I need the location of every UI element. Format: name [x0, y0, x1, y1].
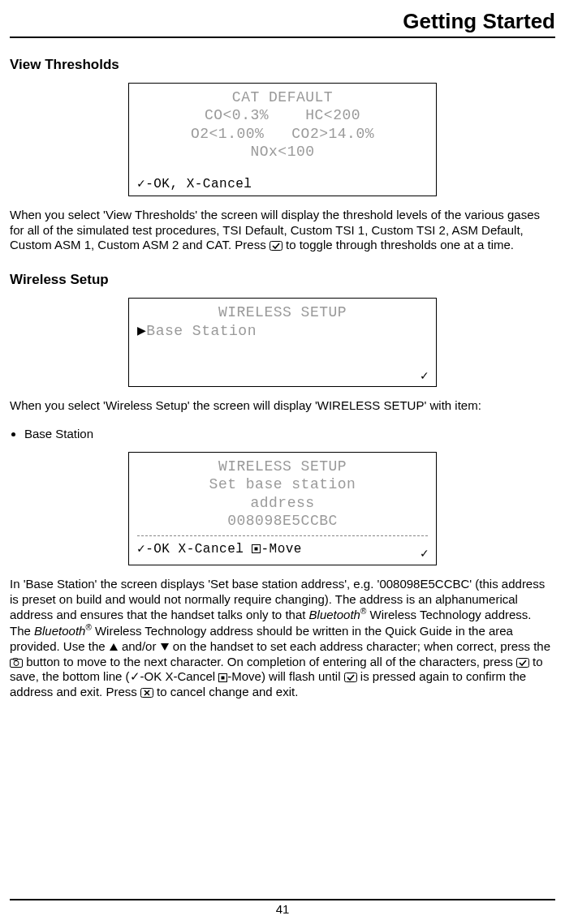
- stop-key-icon: [252, 544, 261, 553]
- lcd-footer: ✓-OK, X-Cancel: [137, 176, 428, 192]
- stop-key-icon: [218, 673, 227, 682]
- lcd-footer: ✓-OK X-Cancel -Move: [137, 541, 428, 557]
- lcd-hc: HC<200: [305, 107, 360, 123]
- lcd-base-station: WIRELESS SETUP Set base station address …: [128, 452, 437, 565]
- svg-rect-10: [222, 676, 225, 679]
- bluetooth-word: Bluetooth: [34, 624, 85, 638]
- svg-point-7: [14, 660, 19, 665]
- check-key-icon: [516, 658, 529, 668]
- check-icon: ✓: [420, 369, 430, 384]
- footer-rule: [10, 899, 555, 900]
- text: -Move) will flash until: [227, 669, 343, 683]
- camera-key-icon: [10, 658, 23, 668]
- svg-rect-6: [14, 658, 17, 660]
- bluetooth-word: Bluetooth: [309, 608, 360, 621]
- bullet-list: Base Station: [10, 425, 555, 444]
- heading-wireless-setup: Wireless Setup: [10, 271, 555, 288]
- text: -Move: [261, 542, 302, 557]
- text: ✓-OK X-Cancel: [137, 542, 252, 557]
- lcd-item-label: Base Station: [146, 323, 257, 339]
- heading-view-thresholds: View Thresholds: [10, 56, 555, 73]
- svg-rect-11: [344, 673, 356, 682]
- lcd-title: WIRELESS SETUP: [137, 303, 428, 322]
- lcd-menu-item: ▶Base Station: [137, 322, 428, 341]
- lcd-row-2: O2<1.00% CO2>14.0%: [137, 125, 428, 144]
- lcd-line-1: Set base station: [137, 475, 428, 494]
- arrow-up-icon: [109, 643, 119, 651]
- check-icon: ✓: [420, 547, 430, 561]
- text: to cancel change and exit.: [153, 685, 298, 698]
- header-rule: [10, 37, 555, 38]
- x-key-icon: [140, 688, 153, 698]
- check-key-icon: [270, 241, 282, 251]
- svg-rect-2: [255, 547, 258, 550]
- lcd-o2: O2<1.00%: [191, 126, 264, 142]
- lcd-divider: [137, 535, 428, 536]
- lcd-line-2: address: [137, 494, 428, 513]
- text: on the handset to set each address chara…: [170, 639, 550, 653]
- lcd-row-3: NOx<100: [137, 143, 428, 161]
- lcd-co: CO<0.3%: [205, 107, 269, 123]
- registered-mark: ®: [85, 623, 91, 632]
- lcd-wireless-main: WIRELESS SETUP ▶Base Station ✓: [128, 298, 437, 387]
- lcd-title: WIRELESS SETUP: [137, 458, 428, 476]
- page-number: 41: [10, 902, 555, 918]
- triangle-right-icon: ▶: [137, 323, 146, 339]
- svg-rect-0: [270, 242, 282, 251]
- svg-marker-4: [161, 643, 169, 651]
- arrow-down-icon: [160, 643, 170, 651]
- lcd-title: CAT DEFAULT: [137, 88, 428, 107]
- para-wireless-intro: When you select 'Wireless Setup' the scr…: [10, 398, 555, 414]
- text: button to move to the next character. On…: [23, 655, 516, 668]
- para-view-thresholds: When you select 'View Thresholds' the sc…: [10, 208, 555, 253]
- lcd-co2: CO2>14.0%: [291, 126, 374, 142]
- lcd-address: 008098E5CCBC: [137, 512, 428, 531]
- svg-marker-3: [110, 643, 118, 651]
- text: and/or: [119, 639, 160, 653]
- lcd-view-thresholds: CAT DEFAULT CO<0.3% HC<200 O2<1.00% CO2>…: [128, 83, 437, 196]
- text: to toggle through thresholds one at a ti…: [282, 238, 514, 251]
- lcd-row-1: CO<0.3% HC<200: [137, 106, 428, 125]
- chapter-title: Getting Started: [10, 8, 555, 35]
- para-base-station: In 'Base Station' the screen displays 'S…: [10, 577, 555, 700]
- check-key-icon: [344, 673, 357, 682]
- svg-rect-8: [516, 658, 528, 667]
- list-item: Base Station: [24, 427, 555, 442]
